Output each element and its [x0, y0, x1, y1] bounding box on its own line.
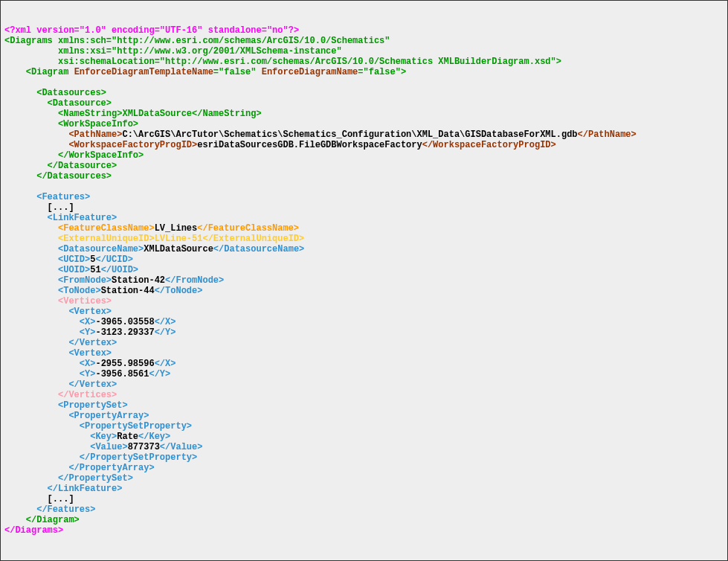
linkfeature-open: <LinkFeature>: [4, 213, 117, 223]
vertex2-close: </Vertex>: [4, 379, 117, 390]
propertyarray-close: </PropertyArray>: [4, 463, 155, 473]
linkfeature-close: </LinkFeature>: [4, 484, 122, 494]
propertyset-open: <PropertySet>: [4, 400, 128, 411]
namestring: <NameString>XMLDataSource</NameString>: [4, 109, 262, 119]
diagram-open: <Diagram EnforceDiagramTemplateName="fal…: [4, 67, 406, 77]
datasources-close: </Datasources>: [4, 171, 112, 182]
vertex1-open: <Vertex>: [4, 307, 112, 317]
uoid: <UOID>51</UOID>: [4, 265, 138, 275]
datasource-open: <Datasource>: [4, 98, 112, 109]
diagrams-close: </Diagrams>: [4, 525, 63, 536]
pathname: <PathName>C:\ArcGIS\ArcTutor\Schematics\…: [4, 129, 637, 140]
datasource-close: </Datasource>: [4, 161, 117, 171]
vertex1-x: <X>-3965.03558</X>: [4, 317, 175, 327]
ucid: <UCID>5</UCID>: [4, 254, 133, 265]
featureclassname: <FeatureClassName>LV_Lines</FeatureClass…: [4, 223, 299, 234]
workspacefactoryprogid: <WorkspaceFactoryProgID>esriDataSourcesG…: [4, 140, 556, 150]
vertex2-x: <X>-2955.98596</X>: [4, 359, 175, 369]
xml-code-document: <?xml version="1.0" encoding="UTF-16" st…: [1, 22, 727, 539]
datasourcename: <DatasourceName>XMLDataSource</Datasourc…: [4, 244, 304, 254]
xml-declaration: <?xml version="1.0" encoding="UTF-16" st…: [4, 25, 299, 36]
workspaceinfo-open: <WorkSpaceInfo>: [4, 119, 138, 129]
diagram-close: </Diagram>: [4, 515, 80, 525]
ellipsis-2: [...]: [4, 494, 74, 504]
propertyarray-open: <PropertyArray>: [4, 411, 149, 421]
features-close: </Features>: [4, 504, 95, 515]
externaluniqueid: <ExternalUniqueID>LVLine-51</ExternalUni…: [4, 234, 304, 244]
tonode: <ToNode>Station-44</ToNode>: [4, 286, 202, 296]
diagrams-open: <Diagrams xmlns:sch="http://www.esri.com…: [4, 36, 390, 46]
value: <Value>877373</Value>: [4, 442, 202, 452]
workspaceinfo-close: </WorkSpaceInfo>: [4, 150, 144, 161]
propertysetproperty-close: </PropertySetProperty>: [4, 452, 197, 463]
propertyset-close: </PropertySet>: [4, 473, 133, 484]
features-open: <Features>: [4, 192, 90, 202]
ellipsis-1: [...]: [4, 202, 74, 213]
key: <Key>Rate</Key>: [4, 432, 170, 442]
vertex2-y: <Y>-3956.8561</Y>: [4, 369, 170, 379]
fromnode: <FromNode>Station-42</FromNode>: [4, 275, 224, 286]
vertices-close: </Vertices>: [4, 390, 117, 400]
vertex1-close: </Vertex>: [4, 338, 117, 348]
vertices-open: <Vertices>: [4, 296, 112, 307]
datasources-open: <Datasources>: [4, 88, 106, 98]
diagrams-xsi: xmlns:xsi="http://www.w3.org/2001/XMLSch…: [4, 46, 342, 57]
diagrams-schemaloc: xsi:schemaLocation="http://www.esri.com/…: [4, 57, 561, 67]
vertex2-open: <Vertex>: [4, 348, 112, 359]
vertex1-y: <Y>-3123.29337</Y>: [4, 327, 175, 338]
propertysetproperty-open: <PropertySetProperty>: [4, 421, 192, 432]
